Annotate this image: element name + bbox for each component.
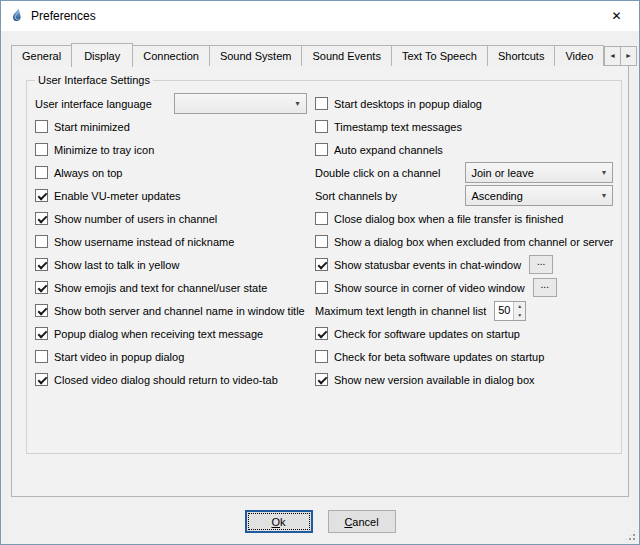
statusbar-events-config-button[interactable]: ... [529,255,553,274]
checkbox-label: Show number of users in channel [54,213,217,225]
language-label: User interface language [35,98,152,110]
checkbox-box [35,212,48,225]
checkbox-show-last-talk-yellow[interactable]: Show last to talk in yellow [35,253,307,276]
spin-down-icon[interactable]: ▼ [514,311,525,320]
checkbox-auto-expand-channels[interactable]: Auto expand channels [315,138,613,161]
checkbox-popup-text-message[interactable]: Popup dialog when receiving text message [35,322,307,345]
checkbox-box [35,189,48,202]
checkbox-show-user-count[interactable]: Show number of users in channel [35,207,307,230]
checkbox-label: Show a dialog box when excluded from cha… [334,236,613,248]
tab-sound-events[interactable]: Sound Events [301,45,392,66]
checkbox-start-minimized[interactable]: Start minimized [35,115,307,138]
chevron-down-icon: ▾ [595,191,612,200]
checkbox-check-beta-updates[interactable]: Check for beta software updates on start… [315,345,613,368]
checkbox-box [35,120,48,133]
tab-sound-system[interactable]: Sound System [209,45,303,66]
checkbox-label: Start minimized [54,121,130,133]
max-text-length-row: Maximum text length in channel list 50 ▲… [315,299,613,322]
checkbox-label: Check for beta software updates on start… [334,351,544,363]
chevron-down-icon: ▾ [289,99,306,108]
max-text-length-label: Maximum text length in channel list [315,305,486,317]
checkbox-box [315,327,328,340]
checkbox-label: Show username instead of nickname [54,236,234,248]
checkbox-label: Minimize to tray icon [54,144,154,156]
max-text-length-spinner[interactable]: 50 ▲ ▼ [494,301,526,321]
checkbox-show-emojis[interactable]: Show emojis and text for channel/user st… [35,276,307,299]
checkbox-box [35,235,48,248]
sort-channels-label: Sort channels by [315,190,397,202]
display-tab-page: User Interface Settings User interface l… [11,65,629,497]
checkbox-label: Show emojis and text for channel/user st… [54,282,267,294]
checkbox-check-updates[interactable]: Check for software updates on startup [315,322,613,345]
checkbox-box [35,304,48,317]
tab-general[interactable]: General [11,45,72,66]
close-icon[interactable]: ✕ [594,1,639,31]
right-column: Start desktops in popup dialog Timestamp… [315,92,613,391]
checkbox-start-video-popup[interactable]: Start video in popup dialog [35,345,307,368]
tab-text-to-speech[interactable]: Text To Speech [391,45,488,66]
checkbox-box [315,143,328,156]
checkbox-label: Start video in popup dialog [54,351,184,363]
titlebar[interactable]: Preferences ✕ [1,1,639,31]
checkbox-label: Popup dialog when receiving text message [54,328,263,340]
double-click-label: Double click on a channel [315,167,440,179]
checkbox-box [35,373,48,386]
checkbox-box [35,166,48,179]
double-click-channel-select[interactable]: Join or leave ▾ [465,162,613,183]
checkbox-server-channel-in-title[interactable]: Show both server and channel name in win… [35,299,307,322]
checkbox-video-source-corner[interactable]: Show source in corner of video window ..… [315,276,613,299]
checkbox-label: Start desktops in popup dialog [334,98,482,110]
checkbox-statusbar-events[interactable]: Show statusbar events in chat-window ... [315,253,613,276]
checkbox-enable-vu-meter[interactable]: Enable VU-meter updates [35,184,307,207]
cancel-button[interactable]: Cancel [328,510,396,533]
window-title: Preferences [31,9,96,23]
tab-scroller: ◄ ► [604,46,637,66]
checkbox-new-version-dialog[interactable]: Show new version available in dialog box [315,368,613,391]
double-click-row: Double click on a channel Join or leave … [315,161,613,184]
checkbox-label: Always on top [54,167,122,179]
checkbox-show-username[interactable]: Show username instead of nickname [35,230,307,253]
teamtalk-logo-icon [9,8,25,24]
tab-video[interactable]: Video [554,45,604,66]
checkbox-label: Show statusbar events in chat-window [334,259,521,271]
checkbox-close-filetransfer-dialog[interactable]: Close dialog box when a file transfer is… [315,207,613,230]
checkbox-closed-video-return[interactable]: Closed video dialog should return to vid… [35,368,307,391]
sort-channels-select[interactable]: Ascending ▾ [465,185,613,206]
ok-button[interactable]: Ok [245,510,313,533]
checkbox-box [315,212,328,225]
language-select[interactable]: ▾ [174,93,307,114]
video-source-config-button[interactable]: ... [533,278,557,297]
checkbox-label: Check for software updates on startup [334,328,520,340]
checkbox-start-desktops-popup[interactable]: Start desktops in popup dialog [315,92,613,115]
checkbox-label: Show both server and channel name in win… [54,305,305,317]
checkbox-box [35,281,48,294]
chevron-down-icon: ▾ [595,168,612,177]
spin-up-icon[interactable]: ▲ [514,302,525,311]
checkbox-box [315,281,328,294]
tab-display[interactable]: Display [71,43,133,67]
checkbox-label: Show last to talk in yellow [54,259,179,271]
checkbox-box [35,143,48,156]
checkbox-always-on-top[interactable]: Always on top [35,161,307,184]
checkbox-label: Close dialog box when a file transfer is… [334,213,563,225]
checkbox-show-excluded-dialog[interactable]: Show a dialog box when excluded from cha… [315,230,613,253]
checkbox-label: Show source in corner of video window [334,282,525,294]
tab-shortcuts[interactable]: Shortcuts [487,45,555,66]
group-title: User Interface Settings [35,74,153,86]
checkbox-box [315,235,328,248]
checkbox-box [315,373,328,386]
checkbox-minimize-to-tray[interactable]: Minimize to tray icon [35,138,307,161]
checkbox-label: Enable VU-meter updates [54,190,181,202]
checkbox-label: Timestamp text messages [334,121,462,133]
checkbox-label: Closed video dialog should return to vid… [54,374,278,386]
checkbox-box [35,258,48,271]
checkbox-box [315,258,328,271]
spin-value: 50 [495,302,513,320]
checkbox-label: Auto expand channels [334,144,443,156]
tab-scroll-left-icon[interactable]: ◄ [604,46,621,66]
tab-scroll-right-icon[interactable]: ► [620,46,637,66]
checkbox-timestamp-messages[interactable]: Timestamp text messages [315,115,613,138]
dialog-button-row: Ok Cancel [1,510,639,533]
tab-connection[interactable]: Connection [132,45,210,66]
checkbox-box [35,327,48,340]
